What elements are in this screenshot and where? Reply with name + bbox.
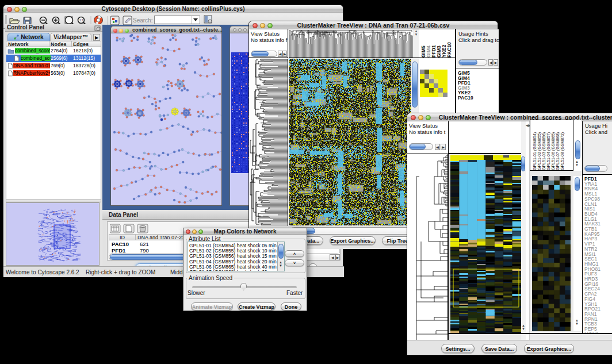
svg-text:1:1: 1:1 xyxy=(79,18,83,22)
